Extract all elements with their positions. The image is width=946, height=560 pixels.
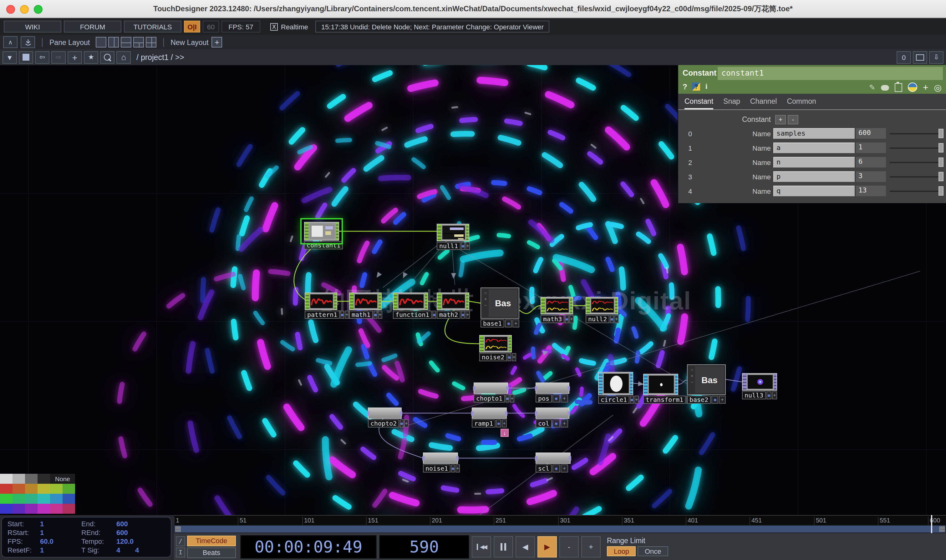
node-flag-icon[interactable] <box>552 465 560 472</box>
node-label[interactable]: pattern1 <box>305 311 340 319</box>
param-slider[interactable] <box>890 143 943 153</box>
python-expressions-icon[interactable] <box>908 83 917 92</box>
node-label[interactable]: math3 <box>540 315 564 323</box>
input-connectors[interactable] <box>437 225 441 241</box>
output-connectors[interactable] <box>334 293 336 309</box>
timeline-range-bar[interactable]: ⋯ ⋯ <box>174 525 946 533</box>
node-viewer-toggle-icon[interactable]: + <box>560 394 568 403</box>
node-label[interactable]: ramp1 <box>472 419 495 428</box>
output-connectors[interactable] <box>509 335 511 352</box>
node-pos[interactable]: pos+ <box>536 383 569 403</box>
node-base1[interactable]: ○×~Basbase1+ <box>480 288 519 328</box>
info-icon[interactable]: i <box>705 82 708 91</box>
node-body[interactable] <box>536 452 571 464</box>
tab-constant[interactable]: Constant <box>684 94 713 109</box>
slider-handle[interactable] <box>938 186 943 195</box>
node-transform1[interactable]: transform1+ <box>643 374 678 404</box>
output-connectors[interactable] <box>615 297 617 314</box>
param-slider[interactable] <box>890 157 943 168</box>
node-body[interactable] <box>474 383 508 394</box>
node-noise2[interactable]: noise2+ <box>479 335 512 361</box>
loop-button[interactable]: Loop <box>607 546 636 556</box>
palette-swatch[interactable] <box>50 494 63 504</box>
node-flag-icon[interactable] <box>552 394 560 403</box>
node-base2[interactable]: ○×~Basbase2+ <box>687 365 726 404</box>
home-button[interactable]: ⌂ <box>116 51 131 63</box>
node-flag-icon[interactable] <box>496 419 501 428</box>
remove-row-button[interactable]: - <box>788 115 798 124</box>
tab-snap[interactable]: Snap <box>723 94 740 109</box>
node-viewer-toggle-icon[interactable]: + <box>502 419 507 428</box>
output-connectors[interactable] <box>425 293 427 309</box>
palette-swatch[interactable] <box>0 504 12 514</box>
node-null3[interactable]: null3+ <box>742 373 777 399</box>
node-viewer-toggle-icon[interactable]: + <box>719 395 726 404</box>
node-flag-icon[interactable] <box>432 311 436 319</box>
dock-down-icon[interactable]: ⇩ <box>929 51 943 63</box>
window-placement-icon[interactable] <box>913 51 927 63</box>
node-viewer-toggle-icon[interactable]: + <box>560 465 568 472</box>
node-label[interactable]: chopto1 <box>474 394 505 403</box>
maximize-window-icon[interactable] <box>34 5 43 14</box>
palette-swatch[interactable] <box>12 504 25 514</box>
layout-single-button[interactable] <box>96 37 106 48</box>
range-left-handle[interactable]: ⋯ <box>175 526 181 532</box>
tutorials-button[interactable]: TUTORIALS <box>124 21 181 32</box>
input-connectors[interactable] <box>541 297 545 314</box>
node-body[interactable] <box>540 297 573 314</box>
bullseye-icon[interactable]: ◎ <box>934 82 941 92</box>
node-viewer-toggle-icon[interactable]: + <box>634 395 639 404</box>
node-math1[interactable]: math1+ <box>349 292 382 319</box>
palette-swatch[interactable] <box>12 494 25 504</box>
input-connectors[interactable] <box>305 223 309 240</box>
pane-export-icon[interactable] <box>21 36 35 48</box>
add-operator-button[interactable]: + <box>68 51 82 63</box>
node-body[interactable]: ○×~Bas <box>687 365 726 395</box>
pane-type-dropdown[interactable]: ▼ <box>3 51 17 63</box>
palette-swatch[interactable] <box>25 504 37 514</box>
back-arrow-button[interactable]: ⇦ <box>35 51 49 63</box>
node-flag-icon[interactable] <box>508 353 511 361</box>
node-body[interactable] <box>368 408 402 419</box>
node-body[interactable] <box>423 452 458 464</box>
layout-one-plus-two-button[interactable] <box>133 37 144 48</box>
palette-swatch[interactable] <box>50 484 63 494</box>
node-body[interactable] <box>304 222 339 241</box>
node-body[interactable] <box>536 408 569 419</box>
slider-handle[interactable] <box>938 157 943 167</box>
node-ramp1[interactable]: ramp1+↓ <box>472 408 507 428</box>
node-body[interactable] <box>598 372 633 395</box>
node-null1[interactable]: null1+ <box>437 224 469 250</box>
input-connectors[interactable] <box>437 293 441 309</box>
param-value-field[interactable]: 6 <box>856 157 886 168</box>
close-window-icon[interactable] <box>6 5 15 14</box>
palette-none-button[interactable]: None <box>50 474 75 484</box>
output-connectors[interactable] <box>466 225 469 241</box>
node-viewer-toggle-icon[interactable]: + <box>560 419 568 428</box>
pause-button[interactable] <box>494 536 513 557</box>
node-chopto2[interactable]: chopto2+ <box>368 408 402 428</box>
node-constant1[interactable]: constant1 <box>304 222 339 249</box>
node-viewer-toggle-icon[interactable]: + <box>345 311 349 319</box>
node-body[interactable] <box>536 383 569 394</box>
input-connectors[interactable] <box>350 293 353 309</box>
node-label[interactable]: noise1 <box>423 465 451 472</box>
edit-pencil-icon[interactable]: ✎ <box>869 83 875 92</box>
output-connectors[interactable] <box>336 223 338 240</box>
node-label[interactable]: function1 <box>393 311 432 319</box>
input-connectors[interactable] <box>586 297 590 314</box>
realtime-toggle[interactable]: X Realtime <box>270 23 308 30</box>
node-math3[interactable]: math3+ <box>540 297 573 323</box>
node-viewer-toggle-icon[interactable]: + <box>569 315 573 323</box>
node-flag-icon[interactable] <box>630 395 634 404</box>
python-help-icon[interactable]: ? <box>692 83 701 91</box>
layout-two-columns-button[interactable] <box>108 37 119 48</box>
node-function1[interactable]: function1+ <box>393 292 428 319</box>
slider-handle[interactable] <box>938 172 943 181</box>
node-label[interactable]: scl <box>536 465 552 472</box>
timeline-ruler[interactable]: 151101151201251301351401451501551600 <box>174 515 946 525</box>
node-label[interactable]: chopto2 <box>368 419 399 428</box>
node-flag-icon[interactable] <box>767 391 772 399</box>
add-layout-button[interactable]: + <box>212 37 222 48</box>
comment-icon[interactable] <box>881 85 889 91</box>
